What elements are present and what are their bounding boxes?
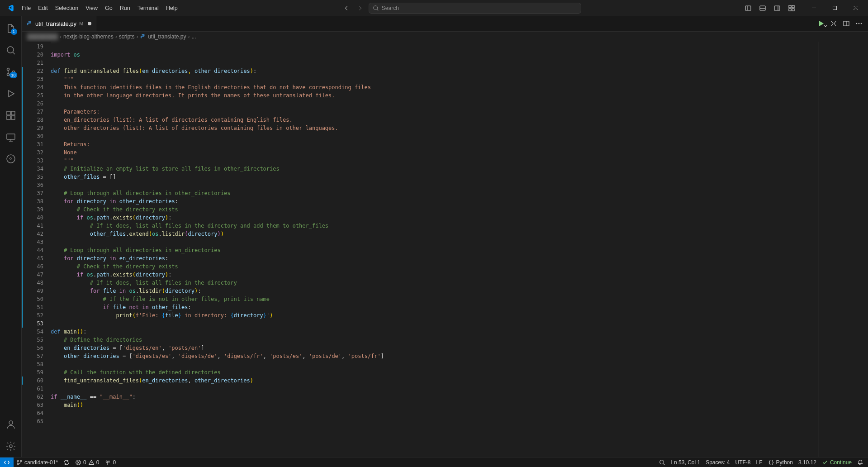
- scm-badge: 18: [9, 72, 17, 78]
- layout-panel-bottom-icon[interactable]: [756, 1, 769, 15]
- chevron-right-icon: ›: [60, 33, 62, 40]
- extensions-icon: [5, 110, 16, 121]
- warning-icon: [88, 459, 95, 466]
- activity-remote-explorer[interactable]: [0, 126, 22, 148]
- line-number-gutter[interactable]: 1920212223242526272829303132333435363738…: [22, 42, 51, 457]
- status-eol[interactable]: LF: [754, 457, 765, 467]
- menu-help[interactable]: Help: [162, 3, 181, 13]
- tab-util-translate[interactable]: util_translate.py M: [22, 16, 96, 31]
- svg-rect-21: [7, 116, 10, 119]
- svg-rect-12: [833, 6, 836, 10]
- menu-view[interactable]: View: [82, 3, 101, 13]
- activity-explorer[interactable]: 1: [0, 18, 22, 39]
- radio-tower-icon: [104, 459, 111, 466]
- status-sync[interactable]: [61, 457, 72, 467]
- compare-changes-button[interactable]: [828, 18, 839, 29]
- code-editor[interactable]: import osdef find_untranslated_files(en_…: [51, 42, 818, 457]
- remote-icon: [4, 459, 10, 466]
- chevron-right-icon: ›: [188, 33, 190, 40]
- status-branch[interactable]: candidate-01*: [14, 457, 61, 467]
- ellipsis-icon: [855, 20, 863, 27]
- tab-scm-badge: M: [79, 21, 83, 26]
- svg-point-32: [17, 460, 19, 462]
- menubar: FileEditSelectionViewGoRunTerminalHelp: [18, 3, 181, 13]
- activity-continue[interactable]: [0, 148, 22, 170]
- svg-point-17: [7, 74, 9, 76]
- svg-point-29: [856, 23, 858, 24]
- svg-rect-19: [7, 111, 10, 115]
- chevron-down-icon: [824, 24, 827, 28]
- activity-extensions[interactable]: [0, 105, 22, 126]
- svg-rect-5: [774, 6, 780, 10]
- activity-settings[interactable]: [0, 435, 22, 457]
- customize-layout-icon[interactable]: [785, 1, 798, 15]
- activity-run-debug[interactable]: [0, 83, 22, 105]
- search-icon: [659, 459, 665, 466]
- layout-sidebar-right-icon[interactable]: [770, 1, 784, 15]
- breadcrumb-symbol[interactable]: ...: [191, 33, 196, 40]
- status-indent[interactable]: Spaces: 4: [703, 457, 732, 467]
- breadcrumb-folder-2[interactable]: scripts: [119, 33, 135, 40]
- continue-icon: [5, 153, 16, 164]
- svg-point-31: [861, 23, 862, 24]
- search-icon: [373, 5, 379, 11]
- svg-point-30: [859, 23, 860, 24]
- split-icon: [843, 20, 850, 27]
- nav-back-button[interactable]: [342, 3, 351, 13]
- vscode-logo-icon: [6, 4, 14, 12]
- account-icon: [5, 419, 16, 430]
- svg-point-15: [7, 47, 14, 53]
- diff-icon: [830, 20, 837, 27]
- status-continue[interactable]: Continue: [819, 457, 854, 467]
- menu-edit[interactable]: Edit: [34, 3, 52, 13]
- svg-rect-1: [745, 6, 751, 10]
- run-file-button[interactable]: [816, 18, 826, 29]
- status-encoding[interactable]: UTF-8: [733, 457, 754, 467]
- menu-go[interactable]: Go: [101, 3, 116, 13]
- error-icon: [75, 459, 81, 466]
- activity-source-control[interactable]: 18: [0, 61, 22, 83]
- menu-selection[interactable]: Selection: [52, 3, 82, 13]
- status-remote[interactable]: [0, 457, 14, 467]
- more-actions-button[interactable]: [854, 18, 864, 29]
- check-icon: [822, 459, 828, 466]
- command-center-search[interactable]: Search: [369, 3, 581, 14]
- status-python-version[interactable]: 3.10.12: [796, 457, 819, 467]
- svg-point-36: [107, 461, 109, 462]
- svg-point-34: [20, 460, 22, 462]
- chevron-right-icon: ›: [115, 33, 117, 40]
- svg-rect-10: [792, 9, 794, 11]
- status-notifications[interactable]: [854, 457, 866, 467]
- layout-sidebar-left-icon[interactable]: [741, 1, 755, 15]
- menu-file[interactable]: File: [18, 3, 34, 13]
- status-bar: candidate-01* 0 0 0 Ln 53, Col 1 Spaces:…: [0, 457, 868, 467]
- svg-rect-7: [789, 5, 791, 8]
- bracket-icon: [768, 459, 774, 466]
- menu-terminal[interactable]: Terminal: [134, 3, 162, 13]
- sync-icon: [63, 459, 70, 466]
- status-problems[interactable]: 0 0: [72, 457, 102, 467]
- menu-run[interactable]: Run: [116, 3, 134, 13]
- breadcrumb[interactable]: ████████ › nextjs-blog-aithemes › script…: [22, 32, 868, 42]
- activity-search[interactable]: [0, 39, 22, 61]
- debug-icon: [5, 88, 16, 99]
- svg-rect-22: [11, 116, 15, 119]
- svg-point-16: [7, 68, 9, 71]
- svg-point-26: [9, 445, 12, 448]
- status-ports[interactable]: 0: [102, 457, 119, 467]
- split-editor-button[interactable]: [841, 18, 852, 29]
- minimap[interactable]: import osdef find_untranslated_files(en_…: [818, 42, 868, 457]
- chevron-right-icon: ›: [136, 33, 138, 40]
- window-maximize-button[interactable]: [825, 0, 844, 16]
- status-language[interactable]: Python: [765, 457, 796, 467]
- status-line-col[interactable]: Ln 53, Col 1: [668, 457, 703, 467]
- activity-accounts[interactable]: [0, 414, 22, 435]
- nav-forward-button[interactable]: [355, 3, 365, 13]
- window-close-button[interactable]: [845, 0, 865, 16]
- svg-rect-8: [792, 5, 794, 8]
- breadcrumb-folder-1[interactable]: nextjs-blog-aithemes: [63, 33, 114, 40]
- breadcrumb-file[interactable]: util_translate.py: [140, 33, 186, 40]
- svg-rect-9: [789, 9, 791, 11]
- window-minimize-button[interactable]: [804, 0, 824, 16]
- status-codelens[interactable]: [656, 457, 668, 467]
